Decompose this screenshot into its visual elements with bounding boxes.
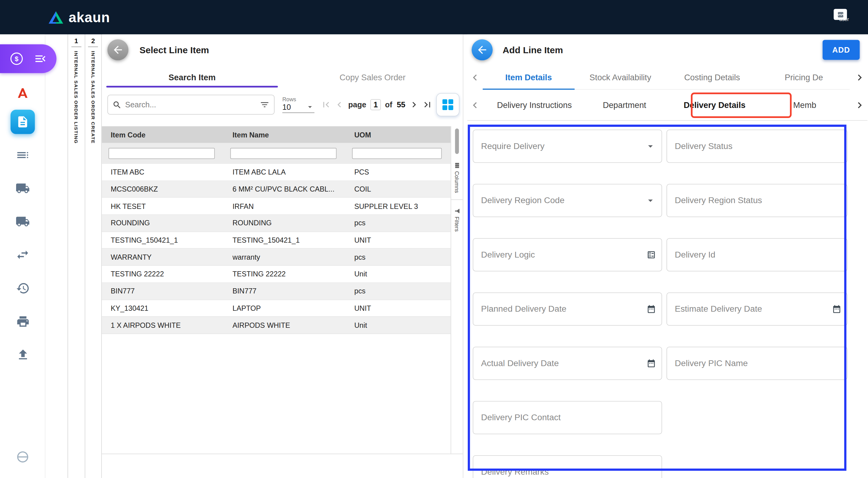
add-button[interactable]: ADD — [823, 40, 860, 60]
table-row[interactable]: 1 X AIRPODS WHITE AIRPODS WHITE Unit — [102, 317, 451, 334]
tab-pricing-details[interactable]: Pricing De — [758, 65, 850, 89]
field-estimate-delivery-date[interactable]: Estimate Delivery Date — [666, 293, 848, 326]
filter-item-code-input[interactable] — [108, 148, 215, 159]
field-delivery-status[interactable]: Delivery Status — [666, 129, 848, 163]
money-circle-icon: $ — [10, 51, 24, 66]
field-delivery-remarks[interactable]: Delivery Remarks — [473, 455, 662, 478]
caret-down-icon[interactable] — [645, 141, 656, 152]
form-empty-cell — [666, 401, 848, 434]
tabs-scroll-left-button[interactable] — [468, 71, 482, 84]
search-box[interactable] — [107, 95, 274, 115]
chevron-right-icon — [409, 99, 420, 110]
table-row[interactable]: BIN777 BIN777 pcs — [102, 283, 451, 300]
field-label: Delivery Region Status — [675, 196, 762, 206]
last-page-button[interactable] — [422, 98, 434, 111]
rail-item-history[interactable] — [14, 279, 32, 297]
rail-item-upload[interactable] — [14, 346, 32, 363]
next-page-button[interactable] — [408, 98, 420, 111]
quick-actions-pill[interactable]: $ — [0, 44, 57, 73]
subtabs-scroll-left-button[interactable] — [468, 98, 482, 112]
vertical-scrollbar[interactable] — [455, 129, 459, 154]
table-picker-icon[interactable] — [646, 250, 656, 259]
field-delivery-pic-name[interactable]: Delivery PIC Name — [666, 347, 848, 380]
table-row[interactable]: ITEM ABC ITEM ABC LALA PCS — [102, 164, 451, 181]
arrow-back-icon — [112, 44, 124, 56]
field-delivery-region-status[interactable]: Delivery Region Status — [666, 184, 848, 217]
tab-item-details[interactable]: Item Details — [483, 65, 575, 89]
tab-department[interactable]: Department — [580, 90, 670, 120]
tab-delivery-instructions[interactable]: Delivery Instructions — [489, 90, 579, 120]
caret-down-icon[interactable] — [645, 195, 656, 206]
table-row[interactable]: TESTING 22222 TESTING 22222 Unit — [102, 266, 451, 283]
tab-membership[interactable]: Memb — [760, 90, 849, 120]
vtab-number: 2 — [88, 37, 98, 47]
funnel-icon — [454, 208, 460, 215]
subtabs-scroll-right-button[interactable] — [853, 98, 866, 112]
field-label: Require Delivery — [481, 141, 545, 151]
brand[interactable]: akaun — [48, 9, 110, 25]
pagination: page 1 of 55 — [320, 98, 434, 111]
vtab-internal-sales-order-create[interactable]: 2 INTERNAL SALES ORDER CREATE — [85, 34, 102, 478]
field-label: Delivery PIC Name — [675, 358, 748, 368]
field-delivery-logic[interactable]: Delivery Logic — [473, 238, 662, 271]
rail-item-shipment[interactable] — [14, 213, 32, 230]
field-delivery-pic-contact[interactable]: Delivery PIC Contact — [473, 401, 662, 434]
arrow-back-icon — [476, 44, 488, 56]
filter-uom-input[interactable] — [352, 148, 442, 159]
field-delivery-id[interactable]: Delivery Id — [666, 238, 848, 271]
tab-costing-details[interactable]: Costing Details — [666, 65, 758, 89]
cell-item-code: TESTING_150421_1 — [102, 236, 224, 244]
tab-search-item[interactable]: Search Item — [102, 67, 282, 88]
tab-label: Search Item — [169, 72, 216, 82]
filter-item-name-input[interactable] — [230, 148, 337, 159]
tab-label: Delivery Details — [684, 100, 746, 110]
cell-item-name: 6 MM² CU/PVC BLACK CABL... — [224, 185, 346, 193]
filters-toggle[interactable]: Filters — [454, 208, 460, 232]
columns-toggle[interactable]: Columns — [454, 162, 461, 193]
filter-list-icon[interactable] — [259, 100, 270, 110]
search-input[interactable] — [125, 100, 256, 109]
back-button[interactable] — [107, 39, 128, 60]
field-require-delivery[interactable]: Require Delivery — [473, 129, 662, 163]
tab-delivery-details[interactable]: Delivery Details — [670, 90, 760, 120]
cell-uom: UNIT — [346, 304, 451, 312]
tabs-scroll-right-button[interactable] — [853, 71, 866, 84]
cell-item-name: LAPTOP — [224, 304, 346, 312]
prev-page-button[interactable] — [333, 98, 346, 111]
table-row[interactable]: WARRANTY warranty pcs — [102, 249, 451, 266]
rail-item-transfer[interactable] — [14, 246, 32, 264]
select-line-item-panel: Select Line Item Search Item Copy Sales … — [102, 34, 463, 478]
rail-item-globe[interactable] — [14, 448, 32, 466]
tab-copy-sales-order[interactable]: Copy Sales Order — [282, 67, 463, 88]
rail-item-red-app[interactable] — [14, 84, 32, 102]
table-row[interactable]: HK TESET IRFAN SUPPLER LEVEL 3 — [102, 198, 451, 215]
total-pages: 55 — [397, 100, 405, 109]
field-planned-delivery-date[interactable]: Planned Delivery Date — [473, 293, 662, 326]
back-button[interactable] — [472, 39, 493, 60]
field-label: Delivery Region Code — [481, 196, 565, 206]
rail-item-delivery[interactable] — [14, 179, 32, 197]
table-row[interactable]: ROUNDING ROUNDING pcs — [102, 215, 451, 232]
tab-label: Copy Sales Order — [339, 72, 405, 82]
user-avatar[interactable]: user — [834, 8, 857, 27]
table-row[interactable]: MCSC006BKZ 6 MM² CU/PVC BLACK CABL... CO… — [102, 181, 451, 198]
rail-item-print[interactable] — [14, 312, 32, 330]
first-page-button[interactable] — [320, 98, 332, 111]
table-row[interactable]: KY_130421 LAPTOP UNIT — [102, 300, 451, 317]
brand-name: akaun — [69, 9, 110, 25]
rows-label: Rows — [282, 96, 315, 102]
table-row[interactable]: TESTING_150421_1 TESTING_150421_1 UNIT — [102, 232, 451, 249]
rail-item-sales-invoice-active[interactable] — [11, 110, 35, 134]
calendar-icon[interactable] — [646, 359, 656, 368]
rows-per-page-select[interactable]: Rows 10 — [282, 96, 315, 113]
vtab-internal-sales-order-listing[interactable]: 1 INTERNAL SALES ORDER LISTING — [68, 34, 85, 478]
tab-stock-availability[interactable]: Stock Availability — [575, 65, 666, 89]
cell-uom: pcs — [346, 287, 451, 295]
grid-view-button[interactable] — [436, 93, 460, 116]
calendar-icon[interactable] — [832, 304, 842, 314]
chevron-left-icon — [469, 71, 481, 84]
rail-item-listing[interactable] — [14, 146, 32, 164]
calendar-icon[interactable] — [646, 304, 656, 314]
field-actual-delivery-date[interactable]: Actual Delivery Date — [473, 347, 662, 380]
field-delivery-region-code[interactable]: Delivery Region Code — [473, 184, 662, 217]
